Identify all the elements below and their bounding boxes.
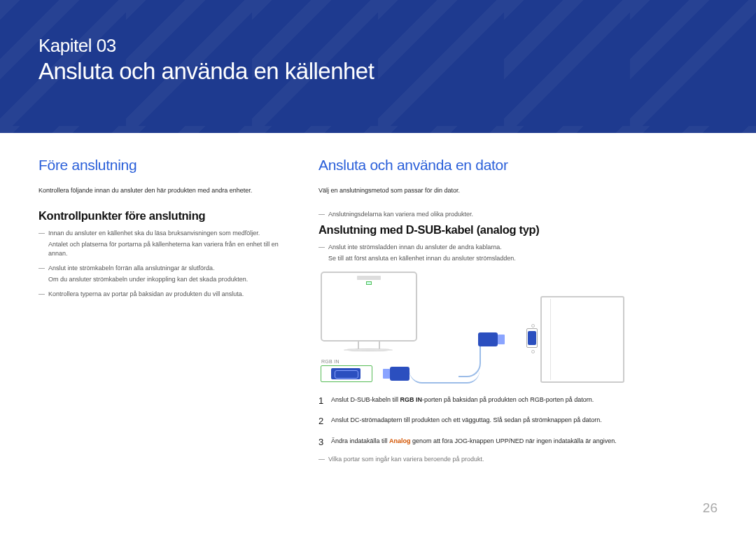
note-text: Anslut inte strömsladden innan du anslut… [328,242,718,252]
dsub-port-icon [331,368,360,379]
step-text-post: genom att föra JOG-knappen UPP/NED när i… [411,437,617,444]
dash-icon: ― [38,289,48,299]
screw-hole-icon [531,350,535,353]
pc-tower-icon [540,296,624,383]
step-text-post: -porten på baksidan på produkten och RGB… [422,396,594,403]
checkpoint-subtext: Om du ansluter strömkabeln under inkoppl… [48,275,290,285]
right-column: Ansluta och använda en dator Välj en ans… [318,157,718,463]
checkpoint-text: Kontrollera typerna av portar på baksida… [48,289,290,299]
section-before-connecting: Före anslutning [38,157,290,174]
step-number: 3 [318,435,331,449]
screw-hole-icon [531,324,535,328]
checkpoint-list: ― Innan du ansluter en källenhet ska du … [38,228,290,300]
checkpoint-text: Anslut inte strömkabeln förrän alla ansl… [48,263,290,273]
checkpoint-text: Innan du ansluter en källenhet ska du lä… [48,228,290,238]
note-text: Anslutningsdelarna kan variera med olika… [328,209,718,219]
step-text: Anslut DC-strömadaptern till produkten o… [331,414,718,426]
manual-page: Kapitel 03 Ansluta och använda en källen… [0,0,756,534]
dsub-plug-pc-icon [478,332,498,346]
connect-pc-intro-note: ― Anslutningsdelarna kan variera med oli… [318,209,718,219]
before-connect-intro: Kontrollera följande innan du ansluter d… [38,186,290,195]
monitor-icon [321,272,417,342]
checkpoint-item: ― Kontrollera typerna av portar på baksi… [38,289,290,299]
monitor-base-icon [344,349,393,351]
chapter-label: Kapitel 03 [38,35,756,57]
step-text-pre: Anslut D-SUB-kabeln till [331,396,400,403]
step-text: Ändra indatakälla till Analog genom att … [331,435,718,447]
dash-icon: ― [38,228,48,238]
dsub-plug-monitor-icon [390,367,410,381]
subsection-dsub: Anslutning med D-SUB-kabel (analog typ) [318,223,718,237]
section-connect-pc: Ansluta och använda en dator [318,157,718,174]
step-number: 1 [318,394,331,408]
dsub-precautions: ― Anslut inte strömsladden innan du ansl… [318,242,718,264]
step-item: 1 Anslut D-SUB-kabeln till RGB IN-porten… [318,394,718,408]
dash-icon: ― [318,209,328,219]
pc-dsub-port-icon [528,331,536,345]
step-text-pre: Ändra indatakälla till [331,437,389,444]
subsection-checkpoints: Kontrollpunkter före anslutning [38,209,290,223]
checkpoint-subtext: Antalet och platserna för portarna på kä… [48,240,290,259]
step-analog-word: Analog [389,437,411,444]
dash-icon: ― [318,456,328,463]
footnote-text: Vilka portar som ingår kan variera beroe… [328,456,484,463]
checkpoint-item: ― Innan du ansluter en källenhet ska du … [38,228,290,238]
step-item: 3 Ändra indatakälla till Analog genom at… [318,435,718,449]
step-text: Anslut D-SUB-kabeln till RGB IN-porten p… [331,394,718,405]
step-number: 2 [318,414,331,428]
connect-pc-intro: Välj en anslutningsmetod som passar för … [318,186,718,195]
note-subtext: Se till att först ansluta en källenhet i… [328,254,718,264]
checkpoint-item: ― Anslut inte strömkabeln förrän alla an… [38,263,290,273]
dash-icon: ― [318,242,328,252]
chapter-title: Ansluta och använda en källenhet [38,58,756,85]
connection-diagram: RGB IN [318,269,626,384]
step-item: 2 Anslut DC-strömadaptern till produkten… [318,414,718,428]
content-columns: Före anslutning Kontrollera följande inn… [0,133,756,463]
page-number: 26 [703,500,718,516]
dash-icon: ― [38,263,48,273]
footnote: ― Vilka portar som ingår kan variera ber… [318,456,718,463]
monitor-led-icon [366,281,372,285]
rgb-in-label: RGB IN [321,359,340,364]
step-bold: RGB IN [400,396,423,403]
left-column: Före anslutning Kontrollera följande inn… [38,157,290,463]
step-list: 1 Anslut D-SUB-kabeln till RGB IN-porten… [318,394,718,449]
chapter-header: Kapitel 03 Ansluta och använda en källen… [0,0,756,133]
